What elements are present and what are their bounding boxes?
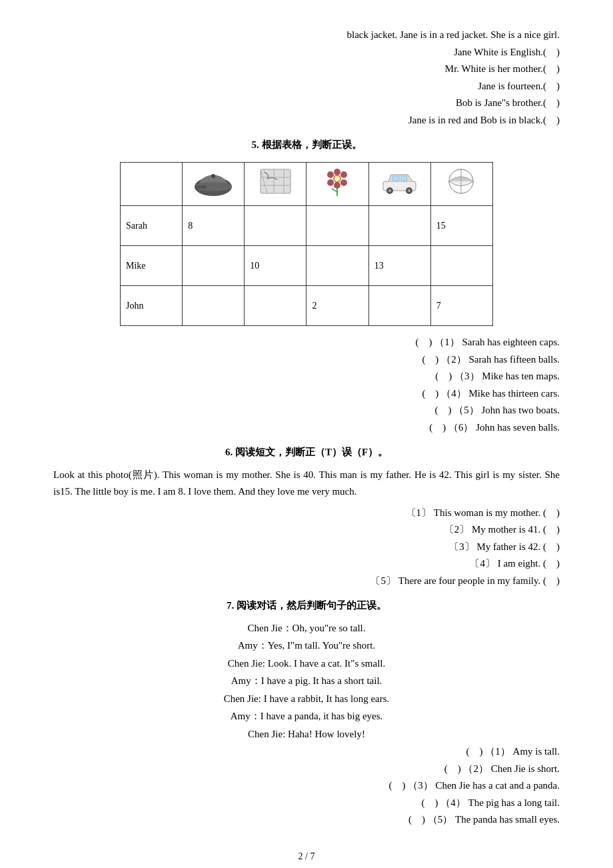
page-number: 2 / 7 — [53, 849, 560, 865]
ball-icon — [440, 165, 483, 197]
john-car — [368, 286, 430, 326]
sarah-car — [368, 206, 430, 246]
svg-line-19 — [332, 189, 337, 192]
section4-item-5: Jane is in red and Bob is in black.( ) — [53, 112, 560, 129]
section5-item-3: ( ) （3） Mike has ten maps. — [53, 368, 560, 385]
table-header-flower — [306, 162, 368, 206]
john-ball: 7 — [430, 286, 492, 326]
section4-item-4: Bob is Jane"s brother.( ) — [53, 95, 560, 112]
john-flower: 2 — [306, 286, 368, 326]
mike-name: Mike — [121, 246, 183, 286]
sarah-name: Sarah — [121, 206, 183, 246]
sarah-ball: 15 — [430, 206, 492, 246]
section7-dialog: Chen Jie：Oh, you"re so tall. Amy：Yes, I"… — [53, 620, 560, 743]
sarah-map — [245, 206, 306, 246]
mike-ball — [430, 246, 492, 286]
section4-item-2: Mr. White is her mother.( ) — [53, 61, 560, 78]
john-map — [245, 286, 306, 326]
section6-item-1: 〔1〕 This woman is my mother. ( ) — [53, 505, 560, 522]
svg-rect-25 — [392, 176, 399, 181]
svg-rect-26 — [401, 176, 407, 181]
mike-map: 10 — [245, 246, 306, 286]
svg-point-3 — [211, 174, 215, 178]
table-header-row — [121, 162, 493, 206]
section6-item-2: 〔2〕 My mother is 41. ( ) — [53, 521, 560, 539]
cap-icon — [192, 165, 235, 197]
car-icon — [378, 165, 421, 197]
section6-item-5: 〔5〕 There are four people in my family. … — [53, 573, 560, 590]
john-cap — [183, 286, 245, 326]
section7-title: 7. 阅读对话，然后判断句子的正误。 — [53, 597, 560, 615]
section5-items: ( ) （1） Sarah has eighteen caps. ( ) （2）… — [53, 334, 560, 436]
sarah-flower — [306, 206, 368, 246]
table-header-car — [368, 162, 430, 206]
section7-items: ( ) （1） Amy is tall. ( ) （2） Chen Jie is… — [53, 743, 560, 829]
svg-point-23 — [388, 189, 391, 192]
section4: Jane White is English.( ) Mr. White is h… — [53, 44, 560, 129]
dialog-line-4: Amy：I have a pig. It has a short tail. — [53, 673, 560, 690]
mike-car: 13 — [368, 246, 430, 286]
section7-item-1: ( ) （1） Amy is tall. — [53, 743, 560, 761]
section6-item-4: 〔4〕 I am eight. ( ) — [53, 555, 560, 573]
section7-item-3: ( ) （3） Chen Jie has a cat and a panda. — [53, 777, 560, 795]
section5-title: 5. 根据表格，判断正误。 — [53, 137, 560, 154]
section7-item-2: ( ) （2） Chen Jie is short. — [53, 761, 560, 778]
svg-point-16 — [334, 182, 340, 189]
section6-passage: Look at this photo(照片). This woman is my… — [53, 467, 560, 501]
section5-item-6: ( ) （6） John has seven balls. — [53, 419, 560, 437]
table-header-cap — [183, 162, 245, 206]
table-row-john: John 2 7 — [121, 286, 493, 326]
mike-flower — [306, 246, 368, 286]
dialog-line-2: Amy：Yes, I"m tall. You"re short. — [53, 637, 560, 655]
section5-item-4: ( ) （4） Mike has thirteen cars. — [53, 385, 560, 403]
svg-point-12 — [340, 171, 347, 178]
svg-point-11 — [327, 171, 334, 178]
section6-title: 6. 阅读短文，判断正（T）误（F）。 — [53, 444, 560, 461]
svg-point-15 — [334, 169, 340, 175]
section5-item-1: ( ) （1） Sarah has eighteen caps. — [53, 334, 560, 351]
section6-items: 〔1〕 This woman is my mother. ( ) 〔2〕 My … — [53, 505, 560, 590]
svg-point-14 — [340, 179, 347, 186]
table-header-map — [245, 162, 306, 206]
section7-item-4: ( ) （4） The pig has a long tail. — [53, 795, 560, 812]
dialog-line-5: Chen Jie: I have a rabbit, It has long e… — [53, 691, 560, 708]
john-name: John — [121, 286, 183, 326]
map-icon — [254, 165, 297, 197]
section4-item-3: Jane is fourteen.( ) — [53, 78, 560, 95]
sarah-cap: 8 — [183, 206, 245, 246]
table-row-sarah: Sarah 8 15 — [121, 206, 493, 246]
data-table: Sarah 8 15 Mike 10 13 John 2 7 — [120, 162, 493, 327]
dialog-line-7: Chen Jie: Haha! How lovely! — [53, 726, 560, 743]
svg-point-13 — [327, 179, 334, 186]
svg-rect-2 — [195, 185, 207, 189]
flower-icon — [316, 165, 359, 197]
dialog-line-6: Amy：I have a panda, it has big eyes. — [53, 708, 560, 725]
section5-item-2: ( ) （2） Sarah has fifteen balls. — [53, 351, 560, 369]
mike-cap — [183, 246, 245, 286]
table-row-mike: Mike 10 13 — [121, 246, 493, 286]
top-text: black jacket. Jane is in a red jacket. S… — [53, 27, 560, 44]
dialog-line-1: Chen Jie：Oh, you"re so tall. — [53, 620, 560, 637]
section4-item-1: Jane White is English.( ) — [53, 44, 560, 61]
table-header-blank — [121, 162, 183, 206]
page-content: black jacket. Jane is in a red jacket. S… — [53, 27, 560, 864]
dialog-line-3: Chen Jie: Look. I have a cat. It"s small… — [53, 655, 560, 673]
section5-item-5: ( ) （5） John has two boats. — [53, 402, 560, 419]
section7-item-5: ( ) （5） The panda has small eyes. — [53, 811, 560, 829]
svg-point-17 — [334, 176, 340, 181]
svg-point-24 — [408, 189, 410, 192]
table-header-ball — [430, 162, 492, 206]
section6-item-3: 〔3〕 My father is 42. ( ) — [53, 539, 560, 556]
